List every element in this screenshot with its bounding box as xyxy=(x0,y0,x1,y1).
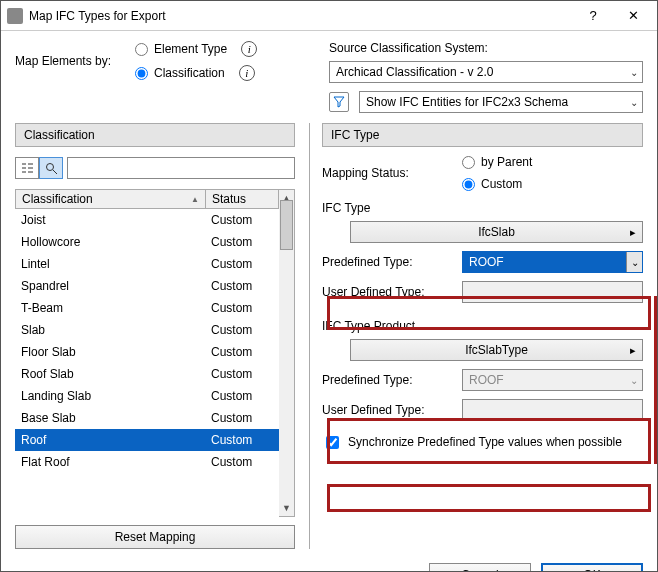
radio-element-type-label: Element Type xyxy=(154,42,227,56)
classification-table: Classification ▲ Status JoistCustom Holl… xyxy=(15,189,279,517)
chevron-down-icon: ⌄ xyxy=(630,67,638,78)
map-by-label: Map Elements by: xyxy=(15,54,135,68)
predefined-type-combo[interactable]: ROOF ⌄ xyxy=(462,251,643,273)
source-label: Source Classification System: xyxy=(329,41,643,55)
table-row[interactable]: T-BeamCustom xyxy=(15,297,279,319)
sync-checkbox[interactable] xyxy=(326,436,339,449)
table-row[interactable]: Base SlabCustom xyxy=(15,407,279,429)
source-system-combo[interactable]: Archicad Classification - v 2.0 ⌄ xyxy=(329,61,643,83)
source-section: Source Classification System: Archicad C… xyxy=(329,41,643,113)
reset-mapping-button[interactable]: Reset Mapping xyxy=(15,525,295,549)
ok-button[interactable]: OK xyxy=(541,563,643,572)
classification-header: Classification xyxy=(15,123,295,147)
radio-element-type-input[interactable] xyxy=(135,43,148,56)
info-icon[interactable]: i xyxy=(241,41,257,57)
search-mode-button[interactable] xyxy=(39,157,63,179)
ifc-type-product-value: IfcSlabType xyxy=(465,343,528,357)
radio-classification-input[interactable] xyxy=(135,67,148,80)
table-row[interactable]: Flat RoofCustom xyxy=(15,451,279,473)
sort-asc-icon: ▲ xyxy=(191,195,199,204)
chevron-down-icon: ⌄ xyxy=(630,97,638,108)
chevron-right-icon: ▸ xyxy=(630,226,636,239)
filter-icon[interactable] xyxy=(329,92,349,112)
table-row[interactable]: Roof SlabCustom xyxy=(15,363,279,385)
ifc-type-header: IFC Type xyxy=(322,123,643,147)
user-defined-type-2-label: User Defined Type: xyxy=(322,403,462,417)
user-defined-type-field xyxy=(462,281,643,303)
schema-filter-value: Show IFC Entities for IFC2x3 Schema xyxy=(366,95,568,109)
mapping-status-label: Mapping Status: xyxy=(322,166,462,180)
predefined-type-value: ROOF xyxy=(469,255,504,269)
chevron-down-icon: ⌄ xyxy=(626,252,642,272)
table-body[interactable]: JoistCustom HollowcoreCustom LintelCusto… xyxy=(15,209,279,473)
ifc-type-label: IFC Type xyxy=(322,201,643,215)
radio-custom-input[interactable] xyxy=(462,178,475,191)
table-row[interactable]: JoistCustom xyxy=(15,209,279,231)
help-button[interactable]: ? xyxy=(573,1,613,31)
table-row-selected[interactable]: RoofCustom xyxy=(15,429,279,451)
title-bar: Map IFC Types for Export ? ✕ xyxy=(1,1,657,31)
tree-view-button[interactable] xyxy=(15,157,39,179)
radio-element-type[interactable]: Element Type i xyxy=(135,41,257,57)
table-row[interactable]: LintelCustom xyxy=(15,253,279,275)
chevron-down-icon: ⌄ xyxy=(630,375,638,386)
radio-by-parent-label: by Parent xyxy=(481,155,532,169)
predefined-type-2-label: Predefined Type: xyxy=(322,373,462,387)
user-defined-type-label: User Defined Type: xyxy=(322,285,462,299)
classification-panel: Classification Classification ▲ Status xyxy=(15,123,295,549)
radio-custom[interactable]: Custom xyxy=(462,177,532,191)
sync-label: Synchronize Predefined Type values when … xyxy=(348,435,622,449)
ifc-type-product-button[interactable]: IfcSlabType ▸ xyxy=(350,339,643,361)
window-title: Map IFC Types for Export xyxy=(29,9,573,23)
close-button[interactable]: ✕ xyxy=(613,1,653,31)
predefined-type-2-value: ROOF xyxy=(469,373,504,387)
table-scrollbar[interactable]: ▲ ▼ xyxy=(279,189,295,517)
svg-line-1 xyxy=(53,170,57,174)
radio-by-parent-input[interactable] xyxy=(462,156,475,169)
app-icon xyxy=(7,8,23,24)
schema-filter-combo[interactable]: Show IFC Entities for IFC2x3 Schema ⌄ xyxy=(359,91,643,113)
col-status[interactable]: Status xyxy=(206,190,278,208)
scroll-down-icon[interactable]: ▼ xyxy=(279,500,294,516)
radio-custom-label: Custom xyxy=(481,177,522,191)
table-row[interactable]: SlabCustom xyxy=(15,319,279,341)
chevron-right-icon: ▸ xyxy=(630,344,636,357)
ifc-type-panel: IFC Type Mapping Status: by Parent Custo… xyxy=(309,123,643,549)
scroll-thumb[interactable] xyxy=(280,200,293,250)
col-classification[interactable]: Classification xyxy=(22,192,93,206)
radio-classification[interactable]: Classification i xyxy=(135,65,257,81)
ifc-type-product-label: IFC Type Product xyxy=(322,319,643,333)
info-icon[interactable]: i xyxy=(239,65,255,81)
ifc-type-button[interactable]: IfcSlab ▸ xyxy=(350,221,643,243)
predefined-type-2-combo: ROOF ⌄ xyxy=(462,369,643,391)
ifc-type-value: IfcSlab xyxy=(478,225,515,239)
table-row[interactable]: SpandrelCustom xyxy=(15,275,279,297)
user-defined-type-2-field xyxy=(462,399,643,421)
svg-point-0 xyxy=(46,163,53,170)
search-input[interactable] xyxy=(67,157,295,179)
table-row[interactable]: Floor SlabCustom xyxy=(15,341,279,363)
source-system-value: Archicad Classification - v 2.0 xyxy=(336,65,493,79)
cancel-button[interactable]: Cancel xyxy=(429,563,531,572)
table-row[interactable]: Landing SlabCustom xyxy=(15,385,279,407)
predefined-type-label: Predefined Type: xyxy=(322,255,462,269)
dialog-footer: Cancel OK xyxy=(1,557,657,572)
radio-by-parent[interactable]: by Parent xyxy=(462,155,532,169)
radio-classification-label: Classification xyxy=(154,66,225,80)
map-by-section: Map Elements by: Element Type i Classifi… xyxy=(15,41,305,113)
table-row[interactable]: HollowcoreCustom xyxy=(15,231,279,253)
